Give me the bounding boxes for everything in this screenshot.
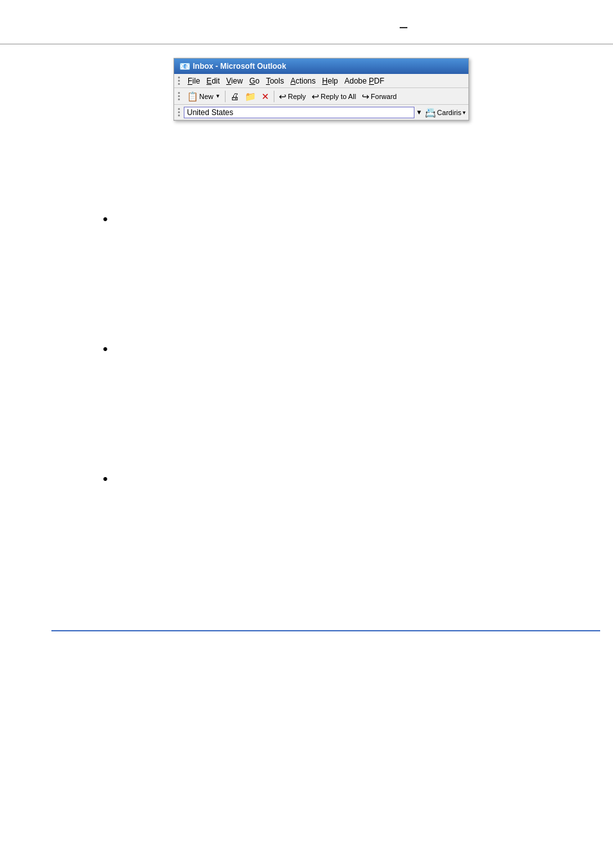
reply-button[interactable]: ↩ Reply	[276, 89, 308, 104]
address-bar: ▼ 📇 Cardiris ▾	[174, 105, 468, 120]
menu-view[interactable]: View	[224, 76, 245, 86]
address-dropdown-arrow[interactable]: ▼	[416, 109, 422, 116]
list-item: •	[103, 342, 108, 356]
menu-actions[interactable]: Actions	[288, 76, 318, 86]
menu-help[interactable]: Help	[319, 76, 341, 86]
reply-label: Reply	[288, 93, 306, 100]
bullet-list: • • •	[103, 212, 108, 602]
bullet-dot-1: •	[103, 212, 108, 226]
separator-1	[225, 91, 226, 102]
outlook-window: 📧 Inbox - Microsoft Outlook File Edit Vi…	[173, 58, 469, 121]
cardiris-area: 📇 Cardiris ▾	[425, 107, 466, 118]
top-rule	[0, 44, 613, 44]
minimize-line	[400, 27, 407, 28]
print-button[interactable]: 🖨	[227, 89, 242, 104]
address-bar-gripper	[177, 107, 181, 118]
delete-button[interactable]: ✕	[259, 89, 272, 104]
menu-file[interactable]: File	[185, 76, 202, 86]
reply-all-icon: ↩	[312, 92, 319, 101]
delete-icon: ✕	[262, 92, 269, 101]
menu-bar: File Edit View Go Tools Actions Help Ado…	[174, 74, 468, 88]
new-dropdown-arrow[interactable]: ▼	[215, 93, 220, 99]
outlook-icon: 📧	[179, 61, 190, 71]
reply-all-button[interactable]: ↩ Reply to All	[309, 89, 359, 104]
menu-tools[interactable]: Tools	[263, 76, 287, 86]
menu-bar-gripper	[177, 75, 181, 86]
window-title: Inbox - Microsoft Outlook	[193, 62, 286, 71]
cardiris-label: Cardiris	[437, 109, 461, 116]
new-button[interactable]: 📋 New ▼	[184, 89, 223, 104]
bottom-rule	[51, 630, 600, 631]
bullet-dot-3: •	[103, 472, 108, 486]
new-label: New	[199, 93, 213, 100]
cardiris-icon: 📇	[425, 107, 436, 118]
move-icon: 📁	[245, 92, 256, 101]
new-icon: 📋	[187, 92, 198, 101]
list-item: •	[103, 212, 108, 226]
separator-2	[274, 91, 274, 102]
reply-all-label: Reply to All	[321, 93, 356, 100]
menu-edit[interactable]: Edit	[204, 76, 222, 86]
reply-icon: ↩	[279, 92, 287, 101]
menu-go[interactable]: Go	[247, 76, 262, 86]
move-button[interactable]: 📁	[242, 89, 258, 104]
address-input[interactable]	[184, 107, 414, 118]
toolbar-gripper	[177, 91, 181, 102]
forward-icon: ↪	[362, 92, 369, 101]
toolbar: 📋 New ▼ 🖨 📁 ✕ ↩ Reply ↩ Reply to All	[174, 88, 468, 105]
menu-adobe-pdf[interactable]: Adobe PDF	[342, 76, 387, 86]
forward-button[interactable]: ↪ Forward	[359, 89, 399, 104]
list-item: •	[103, 472, 108, 486]
print-icon: 🖨	[230, 92, 239, 101]
cardiris-arrow[interactable]: ▾	[463, 109, 466, 116]
title-bar: 📧 Inbox - Microsoft Outlook	[174, 59, 468, 74]
bullet-dot-2: •	[103, 342, 108, 356]
forward-label: Forward	[371, 93, 396, 100]
